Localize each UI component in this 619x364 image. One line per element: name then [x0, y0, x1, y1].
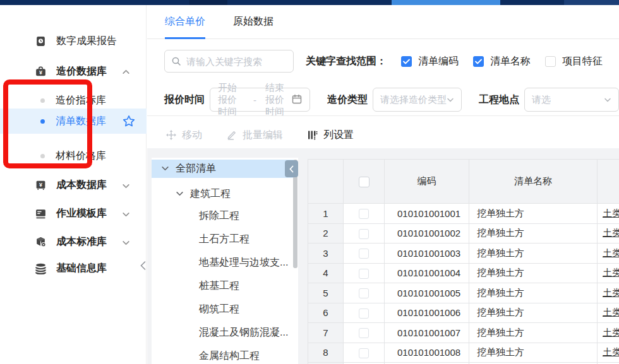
cell-code: 010101001006	[385, 303, 469, 323]
chevron-down-icon[interactable]	[176, 189, 184, 200]
sidebar-item-standard-library[interactable]: 成本标准库	[0, 231, 147, 252]
table-row[interactable]: 3 010101001003 挖单独土方 土类别	[308, 244, 619, 264]
price-database-icon: ¥	[35, 66, 47, 78]
cell-row-number: 6	[308, 303, 344, 323]
cost-type-select[interactable]: 请选择造价类型	[373, 88, 462, 112]
tab-raw-data[interactable]: 原始数据	[233, 5, 273, 39]
sidebar-item-cost-database[interactable]: ¥ 成本数据库	[0, 174, 147, 196]
table-row[interactable]: 7 010101001007 挖单独土方 土类别	[308, 323, 619, 343]
tree-node-leaf[interactable]: 地基处理与边坡支...	[152, 251, 298, 274]
tree-collapse-handle[interactable]	[285, 160, 298, 177]
checkbox-checked-icon[interactable]	[401, 56, 412, 67]
tree-node-construction[interactable]: 建筑工程	[152, 184, 298, 204]
row-checkbox[interactable]	[359, 229, 369, 239]
row-checkbox[interactable]	[359, 209, 369, 219]
tree-node-label: 全部清单	[176, 162, 216, 175]
cell-extra: 土类别	[598, 263, 619, 283]
tree-node-all-lists[interactable]: 全部清单	[152, 160, 294, 178]
date-end-placeholder: 结束报价时间	[265, 82, 292, 118]
checkbox-checked-icon[interactable]	[473, 56, 484, 67]
row-checkbox[interactable]	[359, 249, 369, 259]
row-checkbox[interactable]	[359, 328, 369, 338]
cell-extra: 土类别	[598, 244, 619, 264]
cell-name: 挖单独土方	[469, 323, 598, 343]
row-checkbox[interactable]	[359, 269, 369, 279]
sidebar-subitem-list-database[interactable]: 清单数据库	[0, 109, 147, 134]
tree-node-leaf[interactable]: 混凝土及钢筋混凝...	[152, 321, 298, 344]
sidebar-subitem-price-index-library[interactable]: 造价指标库	[0, 90, 147, 111]
sidebar-item-label: 数字成果报告	[56, 35, 117, 48]
batch-edit-button[interactable]: 批量编辑	[226, 129, 283, 142]
cell-code: 010101001005	[385, 283, 469, 303]
chevron-down-icon[interactable]	[161, 163, 169, 175]
date-range-picker[interactable]: 开始报价时间 - 结束报价时间	[210, 88, 310, 112]
table-row[interactable]: 5 010101001005 挖单独土方 土类别	[308, 283, 619, 303]
chevron-down-icon[interactable]	[122, 238, 130, 249]
browser-topbar	[0, 0, 619, 5]
favorite-star-icon[interactable]	[122, 114, 136, 131]
cell-checkbox	[344, 263, 385, 283]
column-settings-button[interactable]: 列设置	[307, 129, 354, 142]
row-checkbox[interactable]	[359, 308, 369, 319]
sidebar: 数字成果报告 ¥ 造价数据库 造价指标库 清单数据库 材料价格库	[0, 5, 147, 364]
project-location-label: 工程地点	[479, 93, 519, 107]
cell-row-number: 4	[308, 263, 344, 283]
header-list-name: 清单名称	[469, 160, 598, 204]
lower-panel: 全部清单 建筑工程 拆除工程 土石方工程 地基处理与边坡支... 桩基工程 砌筑…	[147, 148, 619, 364]
standard-library-icon	[35, 236, 47, 248]
cell-extra: 土类别	[598, 283, 619, 303]
column-settings-label: 列设置	[323, 129, 354, 142]
cell-name: 挖单独土方	[469, 244, 598, 264]
tree-node-leaf[interactable]: 拆除工程	[152, 204, 298, 228]
cell-name: 挖单独土方	[469, 283, 598, 303]
table-row[interactable]: 8 010101001008 挖单独土方 土类别	[308, 343, 619, 363]
row-checkbox[interactable]	[359, 288, 369, 298]
header-extra	[598, 160, 619, 204]
table-row[interactable]: 4 010101001004 挖单独土方 土类别	[308, 263, 619, 283]
checkbox-project-feature[interactable]: 项目特征	[545, 55, 603, 68]
cell-checkbox	[344, 283, 385, 303]
sidebar-subitem-material-price-library[interactable]: 材料价格库	[0, 145, 147, 167]
chevron-up-icon[interactable]	[122, 68, 130, 79]
tree-node-leaf[interactable]: 金属结构工程	[152, 344, 298, 364]
sidebar-item-base-info-library[interactable]: 基础信息库	[0, 257, 147, 279]
select-all-checkbox[interactable]	[359, 177, 370, 187]
checkbox-label: 清单名称	[490, 55, 531, 68]
sidebar-item-template-library[interactable]: 作业模板库	[0, 203, 147, 224]
sidebar-item-label: 成本标准库	[56, 235, 107, 249]
sidebar-item-label: 成本数据库	[56, 179, 107, 192]
sidebar-collapse-handle[interactable]	[138, 259, 148, 273]
table-row[interactable]: 1 010101001001 挖单独土方 土类别	[308, 204, 619, 224]
sidebar-item-digital-report[interactable]: 数字成果报告	[0, 30, 147, 52]
cell-name: 挖单独土方	[469, 223, 598, 244]
table-row[interactable]: 2 010101001002 挖单独土方 土类别	[308, 223, 619, 244]
report-icon	[35, 35, 47, 47]
checkbox-unchecked-icon[interactable]	[545, 56, 556, 67]
bullet-dot-icon	[40, 119, 45, 124]
main-content: 综合单价 原始数据 关键字查找范围： 清单编码	[147, 5, 619, 364]
chevron-down-icon[interactable]	[122, 181, 130, 192]
checkbox-list-name[interactable]: 清单名称	[473, 55, 531, 68]
checkbox-list-code[interactable]: 清单编码	[401, 55, 459, 68]
table-row[interactable]: 6 010101001006 挖单独土方 土类别	[308, 303, 619, 323]
tree-node-leaf[interactable]: 桩基工程	[152, 274, 298, 298]
table-header-row: 编码 清单名称	[308, 160, 619, 204]
sidebar-item-price-database[interactable]: ¥ 造价数据库	[0, 61, 147, 82]
tree-node-leaf[interactable]: 砌筑工程	[152, 298, 298, 321]
tab-composite-unit-price[interactable]: 综合单价	[165, 5, 205, 39]
scope-label: 关键字查找范围：	[306, 55, 387, 68]
bullet-dot-icon	[40, 154, 45, 158]
header-row-number	[308, 160, 344, 204]
keyword-search-box[interactable]	[164, 50, 294, 73]
cell-name: 挖单独土方	[469, 303, 598, 323]
app-window: 数字成果报告 ¥ 造价数据库 造价指标库 清单数据库 材料价格库	[0, 0, 619, 364]
chevron-down-icon[interactable]	[122, 209, 130, 221]
header-select-all	[344, 160, 385, 204]
search-input[interactable]	[186, 56, 287, 67]
project-location-select[interactable]: 请选	[524, 88, 619, 112]
tree-node-leaf[interactable]: 土石方工程	[152, 228, 298, 251]
base-info-icon	[35, 262, 47, 274]
move-button[interactable]: 移动	[165, 129, 202, 142]
cell-extra: 土类别	[598, 204, 619, 224]
row-checkbox[interactable]	[359, 348, 369, 358]
